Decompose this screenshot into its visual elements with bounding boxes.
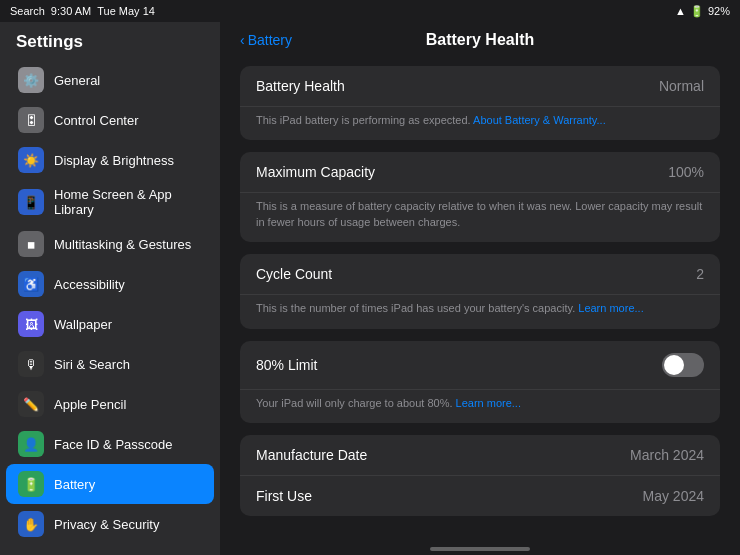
status-right: ▲ 🔋 92%: [675, 5, 730, 18]
multitasking-label: Multitasking & Gestures: [54, 237, 191, 252]
sidebar-section-main: ⚙️ General 🎛 Control Center ☀️ Display &…: [0, 60, 220, 544]
cycle-count-row: Cycle Count 2: [240, 254, 720, 295]
sidebar-item-control-center[interactable]: 🎛 Control Center: [6, 100, 214, 140]
manufacture-date-label: Manufacture Date: [256, 447, 367, 463]
manufacture-date-row: Manufacture Date March 2024: [240, 435, 720, 476]
maximum-capacity-value: 100%: [668, 164, 704, 180]
back-button[interactable]: ‹ Battery: [240, 32, 292, 48]
battery-label: Battery: [54, 477, 95, 492]
home-indicator: [430, 547, 530, 551]
first-use-label: First Use: [256, 488, 312, 504]
first-use-value: May 2024: [643, 488, 704, 504]
battery-sidebar-icon: 🔋: [18, 471, 44, 497]
apple-pencil-icon: ✏️: [18, 391, 44, 417]
privacy-icon: ✋: [18, 511, 44, 537]
maximum-capacity-row: Maximum Capacity 100%: [240, 152, 720, 193]
sidebar: Settings ⚙️ General 🎛 Control Center ☀️ …: [0, 22, 220, 555]
accessibility-label: Accessibility: [54, 277, 125, 292]
display-label: Display & Brightness: [54, 153, 174, 168]
sidebar-item-wallpaper[interactable]: 🖼 Wallpaper: [6, 304, 214, 344]
battery-health-row: Battery Health Normal: [240, 66, 720, 107]
wallpaper-icon: 🖼: [18, 311, 44, 337]
battery-health-description: This iPad battery is performing as expec…: [240, 107, 720, 140]
sidebar-item-display[interactable]: ☀️ Display & Brightness: [6, 140, 214, 180]
limit-row: 80% Limit: [240, 341, 720, 390]
sidebar-item-battery[interactable]: 🔋 Battery: [6, 464, 214, 504]
limit-toggle[interactable]: [662, 353, 704, 377]
back-label: Battery: [248, 32, 292, 48]
main-layout: Settings ⚙️ General 🎛 Control Center ☀️ …: [0, 22, 740, 555]
sidebar-item-siri[interactable]: 🎙 Siri & Search: [6, 344, 214, 384]
wallpaper-label: Wallpaper: [54, 317, 112, 332]
siri-label: Siri & Search: [54, 357, 130, 372]
status-date: Tue May 14: [97, 5, 155, 17]
sidebar-item-apple-pencil[interactable]: ✏️ Apple Pencil: [6, 384, 214, 424]
status-time: 9:30 AM: [51, 5, 91, 17]
home-screen-label: Home Screen & App Library: [54, 187, 202, 217]
privacy-label: Privacy & Security: [54, 517, 159, 532]
content-title: Battery Health: [426, 31, 534, 49]
sidebar-item-general[interactable]: ⚙️ General: [6, 60, 214, 100]
content-area: ‹ Battery Battery Health Battery Health …: [220, 22, 740, 555]
siri-icon: 🎙: [18, 351, 44, 377]
battery-warranty-link[interactable]: About Battery & Warranty...: [473, 114, 606, 126]
maximum-capacity-description: This is a measure of battery capacity re…: [240, 193, 720, 242]
sidebar-item-multitasking[interactable]: ◼ Multitasking & Gestures: [6, 224, 214, 264]
manufacture-date-value: March 2024: [630, 447, 704, 463]
search-label: Search: [10, 5, 45, 17]
status-bar: Search 9:30 AM Tue May 14 ▲ 🔋 92%: [0, 0, 740, 22]
cycle-count-card: Cycle Count 2 This is the number of time…: [240, 254, 720, 328]
battery-percentage: 92%: [708, 5, 730, 17]
cycle-count-value: 2: [696, 266, 704, 282]
chevron-left-icon: ‹: [240, 32, 245, 48]
limit-card: 80% Limit Your iPad will only charge to …: [240, 341, 720, 423]
battery-icon: 🔋: [690, 5, 704, 18]
general-icon: ⚙️: [18, 67, 44, 93]
faceid-icon: 👤: [18, 431, 44, 457]
general-label: General: [54, 73, 100, 88]
apple-pencil-label: Apple Pencil: [54, 397, 126, 412]
sidebar-header: Settings: [0, 22, 220, 60]
battery-health-card: Battery Health Normal This iPad battery …: [240, 66, 720, 140]
maximum-capacity-card: Maximum Capacity 100% This is a measure …: [240, 152, 720, 242]
maximum-capacity-label: Maximum Capacity: [256, 164, 375, 180]
sidebar-item-privacy[interactable]: ✋ Privacy & Security: [6, 504, 214, 544]
status-left: Search 9:30 AM Tue May 14: [10, 5, 155, 17]
control-center-icon: 🎛: [18, 107, 44, 133]
cycle-count-label: Cycle Count: [256, 266, 332, 282]
faceid-label: Face ID & Passcode: [54, 437, 173, 452]
sidebar-item-home-screen[interactable]: 📱 Home Screen & App Library: [6, 180, 214, 224]
battery-health-label: Battery Health: [256, 78, 345, 94]
sidebar-item-faceid[interactable]: 👤 Face ID & Passcode: [6, 424, 214, 464]
cycle-count-link[interactable]: Learn more...: [578, 302, 643, 314]
accessibility-icon: ♿: [18, 271, 44, 297]
battery-health-value: Normal: [659, 78, 704, 94]
limit-description: Your iPad will only charge to about 80%.…: [240, 390, 720, 423]
sidebar-item-accessibility[interactable]: ♿ Accessibility: [6, 264, 214, 304]
control-center-label: Control Center: [54, 113, 139, 128]
multitasking-icon: ◼: [18, 231, 44, 257]
first-use-row: First Use May 2024: [240, 476, 720, 516]
cycle-count-description: This is the number of times iPad has use…: [240, 295, 720, 328]
limit-label: 80% Limit: [256, 357, 317, 373]
home-screen-icon: 📱: [18, 189, 44, 215]
display-icon: ☀️: [18, 147, 44, 173]
content-header: ‹ Battery Battery Health: [220, 22, 740, 58]
limit-learn-more-link[interactable]: Learn more...: [456, 397, 521, 409]
content-body: Battery Health Normal This iPad battery …: [220, 58, 740, 543]
wifi-icon: ▲: [675, 5, 686, 17]
dates-card: Manufacture Date March 2024 First Use Ma…: [240, 435, 720, 516]
